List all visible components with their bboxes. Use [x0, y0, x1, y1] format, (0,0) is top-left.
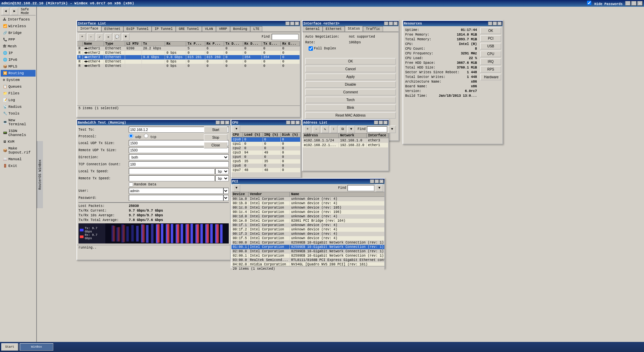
table-row[interactable]: 03:00.0 Realtek Semicond... RTL8111/8168… — [231, 258, 384, 262]
tab-traffic[interactable]: Traffic — [363, 26, 383, 32]
cpu-maximize[interactable]: □ — [291, 121, 295, 125]
bw-maximize[interactable]: □ — [220, 121, 225, 125]
table-row[interactable]: cpu4 0 0 0 — [231, 155, 301, 159]
table-row[interactable]: 01:00.0 Intel Corporation 82599EB 10-Gig… — [231, 240, 384, 245]
start-button[interactable]: Start — [204, 127, 227, 133]
sidebar-item-ppp[interactable]: 📞 PPP — [1, 36, 36, 43]
pci-close[interactable]: ✕ — [379, 179, 384, 183]
ether3-close[interactable]: ✕ — [393, 21, 398, 26]
pci-minimize[interactable]: _ — [370, 179, 374, 183]
enable-button[interactable]: ✓ — [96, 33, 103, 41]
interface-list-maximize[interactable]: □ — [290, 21, 294, 26]
tab-ethernet[interactable]: Ethernet — [101, 26, 123, 32]
tab-lte[interactable]: LTE — [250, 26, 262, 32]
table-row[interactable]: cpu7 48 48 0 — [231, 168, 301, 172]
table-row[interactable]: 00:1c.0 Intel Corporation unknown device… — [231, 206, 384, 210]
find-input[interactable] — [272, 34, 299, 40]
start-button-taskbar[interactable]: Start — [1, 343, 18, 351]
sidebar-item-ip[interactable]: 🌐 IP — [1, 50, 36, 56]
forward-button[interactable]: ► — [11, 8, 18, 15]
blink-button[interactable]: Blink — [305, 104, 396, 111]
sidebar-item-interfaces[interactable]: 🖧 Interfaces — [1, 16, 36, 23]
stop-button[interactable]: Stop — [204, 134, 227, 141]
table-row[interactable]: 00:1b.0 Intel Corporation unknown device… — [231, 201, 384, 206]
sidebar-item-supout[interactable]: 📦 Make Supout.rif — [1, 145, 36, 156]
addr-minimize[interactable]: _ — [374, 121, 378, 125]
addr-filter[interactable]: ▼ — [347, 126, 355, 133]
bw-close[interactable]: ✕ — [225, 121, 229, 125]
apply-button[interactable]: Apply — [305, 74, 396, 80]
password-input[interactable] — [129, 195, 223, 201]
udp-radio-label[interactable]: udp — [129, 134, 141, 139]
resources-close[interactable]: ✕ — [497, 21, 502, 26]
tab-vrrp[interactable]: VRRP — [216, 26, 230, 32]
res-ok-button[interactable]: OK — [480, 28, 501, 34]
sidebar-item-tools[interactable]: 🔧 Tools — [1, 110, 36, 117]
table-row[interactable]: 00:1c.4 Intel Corporation unknown device… — [231, 210, 384, 214]
ok-button[interactable]: OK — [305, 58, 396, 64]
maximize-button[interactable]: □ — [631, 1, 637, 6]
add-button[interactable]: + — [78, 33, 86, 41]
sidebar-item-routing[interactable]: 🔀 Routing — [1, 70, 36, 77]
sidebar-item-mpls[interactable]: 📦 MPLS — [1, 63, 36, 70]
addr-maximize[interactable]: □ — [379, 121, 383, 125]
cancel-button[interactable]: Cancel — [305, 66, 396, 72]
safe-mode-label[interactable]: Safe Mode — [21, 8, 34, 15]
tab-vlan[interactable]: VLAN — [202, 26, 216, 32]
ether3-minimize[interactable]: _ — [384, 21, 388, 26]
table-row[interactable]: 00:1f.2 Intel Corporation unknown device… — [231, 227, 384, 232]
tab-ethernet[interactable]: Ethernet — [323, 26, 345, 32]
tcp-radio[interactable] — [144, 134, 148, 138]
pci-find-input[interactable] — [347, 185, 374, 191]
local-tx-unit[interactable]: bpskbpsmbps — [215, 168, 229, 174]
tab-eoip-tunnel[interactable]: EoIP Tunnel — [123, 26, 152, 32]
res-hardware-button[interactable]: Hardware — [480, 74, 501, 80]
table-row[interactable]: R ◄►ether2 Ethernet 0 bps 0 0 0 0 0 0 — [77, 51, 300, 55]
minimize-button[interactable]: _ — [625, 1, 631, 6]
tcp-conn-input[interactable] — [129, 161, 229, 167]
resources-minimize[interactable]: _ — [488, 21, 492, 26]
sidebar-item-bridge[interactable]: 🔗 Bridge — [1, 30, 36, 36]
table-row[interactable]: ⊕192.168.22.1... 192.168.22.0 ether1 — [303, 143, 388, 147]
tab-gre-tunnel[interactable]: GRE Tunnel — [176, 26, 202, 32]
pci-find-dropdown[interactable]: ▼ — [376, 184, 383, 192]
table-row[interactable]: ⊕192.168.1.1/24 192.168.1.0 ether3 — [303, 138, 388, 143]
table-row[interactable]: 00:1e.0 Intel Corporation 82801 PCI Brid… — [231, 219, 384, 223]
addr-find-input[interactable] — [367, 126, 387, 132]
table-row[interactable]: cpu2 0 0 0 — [231, 146, 301, 150]
sidebar-item-new-terminal[interactable]: 💻 New Terminal — [1, 117, 36, 128]
sidebar-item-isdn[interactable]: 📟 ISDN Channels — [1, 128, 36, 138]
cpu-titlebar[interactable]: CPU _ □ ✕ — [231, 120, 301, 125]
pci-maximize[interactable]: □ — [375, 179, 379, 183]
delete-button[interactable]: – — [87, 33, 95, 41]
addr-copy[interactable]: ⧉ — [339, 126, 346, 133]
addr-add[interactable]: + — [304, 126, 311, 133]
table-row[interactable]: 01:00.1 Intel Corporation 82599EB 10-Gig… — [231, 245, 384, 249]
comment-button[interactable]: Comment — [305, 89, 396, 95]
addr-close[interactable]: ✕ — [383, 121, 388, 125]
tab-status[interactable]: Status — [345, 26, 363, 32]
user-input[interactable] — [129, 188, 223, 194]
reset-mac-button[interactable]: Reset MAC Address — [305, 112, 396, 119]
sidebar-item-mesh[interactable]: 🕸 Mesh — [1, 43, 36, 50]
pci-titlebar[interactable]: PCI _ □ ✕ — [231, 179, 384, 184]
res-cpu-button[interactable]: CPU — [480, 51, 501, 57]
table-row[interactable]: cpu3 94 49 0 — [231, 150, 301, 155]
close-button[interactable]: ✕ — [637, 1, 643, 6]
disable-button[interactable]: Disable — [305, 81, 396, 88]
interface-list-close[interactable]: ✕ — [295, 21, 299, 26]
table-row[interactable]: R ◄►ether1 Ethernet 9200 28.2 kbps 5 6 0… — [77, 46, 300, 51]
res-rps-button[interactable]: RPS — [480, 66, 501, 73]
table-row[interactable]: 00:1a.0 Intel Corporation unknown device… — [231, 197, 384, 202]
user-dropdown[interactable]: ▼ — [223, 188, 229, 194]
bandwidth-test-titlebar[interactable]: Bandwidth Test (Running) _ □ ✕ — [77, 120, 230, 125]
addr-edit[interactable]: ✎ — [321, 126, 329, 133]
pci-filter[interactable]: ▼ — [233, 184, 240, 192]
remote-tx-input[interactable] — [129, 175, 215, 181]
sidebar-item-queues[interactable]: 📋 Queues — [1, 83, 36, 90]
cpu-minimize[interactable]: _ — [286, 121, 290, 125]
direction-select[interactable]: both upload download — [129, 154, 229, 160]
table-row[interactable]: 02:00.1 Intel Corporation 82599EB 10-Gig… — [231, 254, 384, 258]
table-row[interactable]: R ◄►ether5 Ethernet 0 bps 0 0 0 0 0 0 — [77, 64, 300, 68]
resources-titlebar[interactable]: Resources _ □ ✕ — [403, 21, 502, 26]
